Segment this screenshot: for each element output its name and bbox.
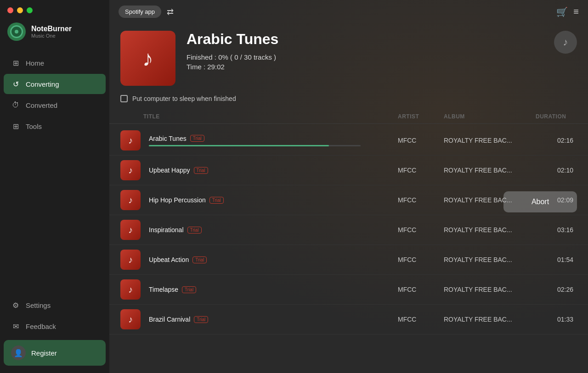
- table-row[interactable]: ♪ Timelapse Trial MFCC ROYALTY FREE BAC.…: [109, 275, 588, 305]
- logo-icon: [7, 22, 26, 41]
- track-duration: 02:10: [536, 167, 577, 174]
- tools-label: Tools: [26, 122, 42, 130]
- trial-badge: Trial: [187, 227, 202, 234]
- track-artist: MFCC: [398, 196, 444, 204]
- app-title: NoteBurner: [31, 25, 72, 33]
- track-artist: MFCC: [398, 226, 444, 234]
- register-label: Register: [31, 349, 57, 357]
- table-row[interactable]: ♪ Brazil Carnival Trial MFCC ROYALTY FRE…: [109, 305, 588, 334]
- sleep-checkbox[interactable]: [120, 95, 128, 102]
- menu-icon[interactable]: ≡: [573, 6, 579, 17]
- sidebar: NoteBurner Music One ⊞ Home ↺ Converting…: [0, 0, 109, 373]
- table-row[interactable]: ♪ Inspirational Trial MFCC ROYALTY FREE …: [109, 215, 588, 245]
- table-row[interactable]: ♪ Upbeat Action Trial MFCC ROYALTY FREE …: [109, 245, 588, 275]
- track-duration: 02:09: [536, 196, 577, 204]
- top-bar: Spotify app ⇄ 🛒 ≡: [109, 0, 588, 23]
- table-row[interactable]: ♪ Upbeat Happy Trial MFCC ROYALTY FREE B…: [109, 156, 588, 185]
- converting-label: Converting: [26, 80, 59, 88]
- trial-badge: Trial: [190, 135, 204, 142]
- app-subtitle: Music One: [31, 33, 72, 39]
- track-artist: MFCC: [398, 137, 444, 144]
- track-name-col: Hip Hop Percussion Trial: [143, 196, 398, 204]
- album-info: Arabic Tunes Finished : 0% ( 0 / 30 trac…: [187, 31, 577, 71]
- trial-badge: Trial: [209, 197, 224, 204]
- track-duration: 02:16: [536, 137, 577, 144]
- sidebar-item-tools[interactable]: ⊞ Tools: [4, 116, 106, 136]
- minimize-traffic-light[interactable]: [17, 7, 23, 13]
- track-name: Hip Hop Percussion: [149, 196, 206, 204]
- col-header-duration: DURATION: [536, 113, 577, 120]
- track-name-col: Arabic Tunes Trial: [143, 135, 398, 146]
- col-header-thumb: [120, 113, 143, 120]
- trial-badge: Trial: [194, 167, 208, 174]
- cart-icon[interactable]: 🛒: [556, 6, 568, 17]
- track-name-row: Upbeat Action Trial: [149, 256, 398, 263]
- track-album: ROYALTY FREE BAC...: [444, 316, 536, 323]
- track-name-col: Timelapse Trial: [143, 286, 398, 293]
- logo-icon-inner: [10, 25, 23, 38]
- music-note-button[interactable]: ♪: [554, 31, 577, 54]
- app-logo: NoteBurner Music One: [0, 19, 109, 50]
- track-thumbnail: ♪: [120, 309, 141, 329]
- sidebar-bottom: ⚙ Settings ✉ Feedback 👤 Register: [0, 290, 109, 373]
- col-header-album: ALBUM: [444, 113, 536, 120]
- home-label: Home: [26, 59, 44, 67]
- track-artist: MFCC: [398, 256, 444, 263]
- track-duration: 01:33: [536, 316, 577, 323]
- trial-badge: Trial: [182, 286, 196, 293]
- track-name: Timelapse: [149, 286, 178, 293]
- track-name: Upbeat Happy: [149, 167, 190, 174]
- album-art: ♪: [120, 31, 175, 86]
- track-artist: MFCC: [398, 316, 444, 323]
- track-album: ROYALTY FREE BAC...: [444, 137, 536, 144]
- track-name-row: Hip Hop Percussion Trial: [149, 196, 398, 204]
- close-traffic-light[interactable]: [7, 7, 13, 13]
- album-time-text: Time : 29:02: [187, 63, 577, 71]
- track-thumbnail: ♪: [120, 250, 141, 270]
- top-bar-left: Spotify app ⇄: [119, 6, 174, 18]
- track-duration: 02:26: [536, 286, 577, 293]
- sidebar-item-settings[interactable]: ⚙ Settings: [4, 295, 106, 315]
- table-row[interactable]: ♪ Hip Hop Percussion Trial MFCC ROYALTY …: [109, 185, 588, 215]
- album-progress-text: Finished : 0% ( 0 / 30 tracks ): [187, 53, 577, 61]
- track-artist: MFCC: [398, 286, 444, 293]
- maximize-traffic-light[interactable]: [27, 7, 33, 13]
- track-name-row: Arabic Tunes Trial: [149, 135, 398, 142]
- track-name: Brazil Carnival: [149, 316, 190, 323]
- spotify-app-button[interactable]: Spotify app: [119, 6, 161, 18]
- track-name-col: Upbeat Action Trial: [143, 256, 398, 263]
- track-album: ROYALTY FREE BAC...: [444, 167, 536, 174]
- album-art-icon: ♪: [142, 46, 153, 71]
- feedback-label: Feedback: [26, 323, 56, 330]
- album-header: ♪ Arabic Tunes Finished : 0% ( 0 / 30 tr…: [109, 23, 588, 95]
- track-thumbnail: ♪: [120, 130, 141, 150]
- logo-text: NoteBurner Music One: [31, 25, 72, 39]
- sidebar-item-feedback[interactable]: ✉ Feedback: [4, 316, 106, 336]
- album-title: Arabic Tunes: [187, 31, 577, 48]
- music-note-icon: ♪: [563, 36, 568, 48]
- register-avatar-icon: 👤: [11, 345, 26, 360]
- track-name-col: Upbeat Happy Trial: [143, 167, 398, 174]
- track-duration: 01:54: [536, 256, 577, 263]
- track-name-row: Brazil Carnival Trial: [149, 316, 398, 323]
- swap-icon[interactable]: ⇄: [167, 7, 174, 17]
- sidebar-item-converted[interactable]: ⏱ Converted: [4, 95, 106, 115]
- sidebar-item-converting[interactable]: ↺ Converting: [4, 74, 106, 94]
- track-name-row: Inspirational Trial: [149, 226, 398, 234]
- track-album: ROYALTY FREE BAC...: [444, 286, 536, 293]
- track-duration: 03:16: [536, 226, 577, 234]
- register-button[interactable]: 👤 Register: [4, 340, 106, 366]
- table-row[interactable]: ♪ Arabic Tunes Trial MFCC ROYALTY FREE B…: [109, 126, 588, 156]
- settings-icon: ⚙: [11, 301, 20, 310]
- track-name-col: Inspirational Trial: [143, 226, 398, 234]
- track-thumbnail: ♪: [120, 279, 141, 300]
- track-album: ROYALTY FREE BAC...: [444, 196, 536, 204]
- sidebar-nav: ⊞ Home ↺ Converting ⏱ Converted ⊞ Tools: [0, 50, 109, 290]
- sleep-row: Put computer to sleep when finished: [120, 95, 236, 102]
- track-name-col: Brazil Carnival Trial: [143, 316, 398, 323]
- settings-label: Settings: [26, 301, 51, 309]
- sleep-label: Put computer to sleep when finished: [132, 95, 236, 102]
- track-album: ROYALTY FREE BAC...: [444, 256, 536, 263]
- sidebar-item-home[interactable]: ⊞ Home: [4, 53, 106, 73]
- tools-icon: ⊞: [11, 122, 20, 131]
